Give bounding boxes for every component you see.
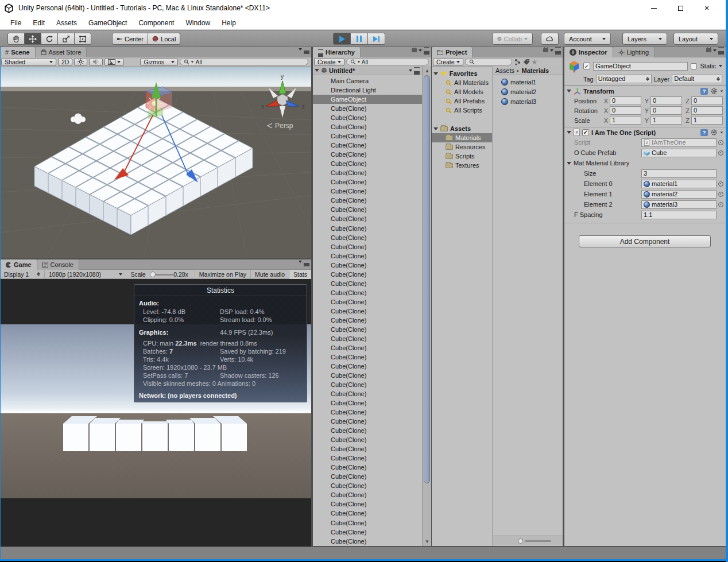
hierarchy-item[interactable]: Cube(Clone) (313, 472, 422, 481)
spacing-field[interactable]: 1.1 (641, 211, 717, 219)
move-tool-button[interactable] (25, 33, 41, 45)
material-item[interactable]: material2 (493, 87, 563, 96)
cube-prefab-field[interactable]: Cube (641, 149, 717, 157)
assets-foldout-icon[interactable] (433, 127, 438, 130)
transform-foldout-icon[interactable] (567, 90, 571, 92)
hierarchy-item[interactable]: Cube(Clone) (313, 537, 422, 546)
gameobject-cube-icon[interactable] (568, 60, 580, 72)
hierarchy-item[interactable]: Cube(Clone) (313, 113, 422, 122)
tab-lighting[interactable]: Lighting (613, 47, 655, 57)
hierarchy-item[interactable]: Cube(Clone) (313, 509, 422, 518)
hierarchy-create-button[interactable]: Create (314, 58, 344, 66)
hierarchy-search-input[interactable]: All (346, 58, 429, 65)
persp-label[interactable]: Persp (275, 122, 293, 130)
hierarchy-item[interactable]: Cube(Clone) (313, 141, 422, 150)
layer-dropdown[interactable]: Default (672, 75, 722, 83)
axis-z-field[interactable]: 1 (691, 116, 723, 125)
menu-item[interactable]: Assets (51, 17, 83, 29)
menu-item[interactable]: Component (133, 17, 180, 29)
hierarchy-item[interactable]: Cube(Clone) (313, 168, 422, 177)
scene-viewport[interactable]: x y z Persp (0, 67, 311, 258)
element-field[interactable]: material1 (641, 180, 717, 188)
hierarchy-item[interactable]: Cube(Clone) (313, 352, 422, 362)
tag-dropdown[interactable]: Untagged (596, 75, 652, 83)
script-field[interactable]: #IAmTheOne (641, 138, 717, 147)
transform-header[interactable]: Transform ? (564, 86, 726, 96)
object-picker-icon[interactable] (718, 181, 723, 187)
hierarchy-item[interactable]: Cube(Clone) (313, 187, 422, 196)
object-picker-icon[interactable] (718, 140, 723, 145)
hierarchy-item[interactable]: Cube(Clone) (313, 316, 422, 325)
project-create-button[interactable]: Create (433, 58, 463, 66)
folder-item[interactable]: Textures (432, 161, 492, 170)
minimize-button[interactable] (641, 0, 667, 16)
hierarchy-item[interactable]: Cube(Clone) (313, 417, 422, 426)
folder-item[interactable]: Scripts (432, 152, 492, 161)
scene-header-row[interactable]: Untitled* (313, 66, 422, 75)
axis-x-field[interactable]: 1 (610, 116, 641, 125)
hierarchy-item[interactable]: Cube(Clone) (313, 398, 422, 408)
favorites-foldout-icon[interactable] (433, 72, 438, 75)
favorite-item[interactable]: All Prefabs (432, 96, 492, 106)
scrollbar-thumb[interactable] (424, 75, 430, 483)
lock-icon[interactable] (706, 48, 711, 52)
axis-y-field[interactable]: 0 (650, 96, 682, 105)
add-component-button[interactable]: Add Component (579, 235, 711, 247)
tab-console[interactable]: Console (37, 259, 79, 270)
hand-tool-button[interactable] (7, 33, 25, 45)
titlebar[interactable]: Unity Personal (64bit) - Untitled - Tuto… (0, 0, 728, 16)
tab-asset-store[interactable]: Asset Store (36, 47, 87, 57)
layout-dropdown[interactable]: Layout (673, 33, 718, 45)
hierarchy-item[interactable]: Cube(Clone) (313, 205, 422, 214)
hierarchy-item[interactable]: Cube(Clone) (313, 518, 422, 528)
axis-y-field[interactable]: 1 (650, 116, 682, 125)
favorites-header[interactable]: ★ Favorites (432, 69, 492, 78)
lock-icon[interactable] (543, 48, 548, 52)
collab-button[interactable]: Collab (492, 33, 533, 45)
assets-header[interactable]: Assets (432, 124, 492, 133)
hierarchy-item[interactable]: Cube(Clone) (313, 408, 422, 417)
play-button[interactable] (333, 33, 351, 45)
hierarchy-item[interactable]: Cube(Clone) (313, 362, 422, 371)
hierarchy-item[interactable]: Cube(Clone) (313, 380, 422, 389)
display-dropdown[interactable]: Display 1 (0, 270, 44, 279)
hierarchy-item[interactable]: Cube(Clone) (313, 224, 422, 233)
gameobject-name-field[interactable]: GameObject (593, 62, 688, 71)
project-pane-menu[interactable] (543, 48, 561, 52)
gizmos-dropdown[interactable]: Gizmos (140, 58, 178, 66)
rotate-tool-button[interactable] (41, 33, 58, 45)
tab-hierarchy[interactable]: Hierarchy (313, 47, 361, 57)
close-button[interactable]: × (694, 0, 720, 16)
tab-project[interactable]: Project (432, 47, 473, 57)
tab-game[interactable]: Game (0, 259, 37, 270)
material-library-row[interactable]: Mat Material Library (564, 158, 726, 168)
account-dropdown[interactable]: Account (564, 33, 611, 45)
hierarchy-item[interactable]: Cube(Clone) (313, 426, 422, 435)
project-search-input[interactable] (465, 58, 512, 65)
hierarchy-item[interactable]: Cube(Clone) (313, 343, 422, 352)
hierarchy-item[interactable]: Cube(Clone) (313, 150, 422, 159)
hierarchy-item[interactable]: Cube(Clone) (313, 214, 422, 223)
axis-x-field[interactable]: 0 (610, 96, 641, 105)
hierarchy-pane-menu[interactable] (412, 48, 429, 52)
axis-y-field[interactable]: 0 (650, 106, 682, 115)
hierarchy-item[interactable]: Directional Light (313, 86, 422, 95)
script-header[interactable]: # ✓ I Am The One (Script) ? (564, 127, 726, 137)
project-zoom-track[interactable] (525, 540, 551, 542)
menu-item[interactable]: Help (216, 17, 242, 29)
shading-mode-dropdown[interactable]: Shaded (1, 58, 56, 66)
hierarchy-item[interactable]: Cube(Clone) (313, 279, 422, 288)
pause-button[interactable] (351, 33, 368, 45)
object-picker-icon[interactable] (718, 202, 723, 207)
hierarchy-item[interactable]: Cube(Clone) (313, 288, 422, 297)
scene-audio-toggle[interactable] (89, 58, 103, 66)
favorites-star-icon[interactable]: ★ (532, 58, 538, 66)
axis-z-field[interactable]: 0 (691, 96, 723, 105)
hierarchy-item[interactable]: Cube(Clone) (313, 261, 422, 270)
pivot-toggle-button[interactable]: Center (112, 33, 148, 45)
cloud-button[interactable] (541, 33, 559, 45)
resolution-dropdown[interactable]: 1080p (1920x1080) (44, 270, 126, 279)
library-foldout-icon[interactable] (567, 162, 571, 165)
scale-tool-button[interactable] (58, 33, 75, 45)
menu-item[interactable]: Window (180, 17, 216, 29)
